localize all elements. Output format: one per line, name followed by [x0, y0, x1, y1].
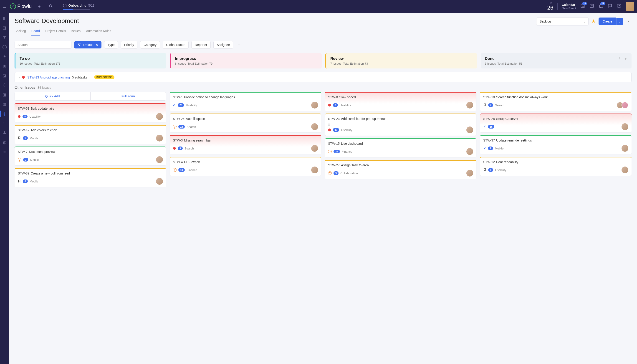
sidebar-item-2[interactable]: ◨ — [2, 25, 7, 30]
filter-assignee[interactable]: Assignee — [214, 41, 234, 49]
bookmark-icon — [483, 168, 486, 172]
tab-board[interactable]: Board — [32, 27, 40, 36]
card-title: Search function doesn't always work — [496, 95, 548, 99]
issue-card[interactable]: STW-37 Update reminder settings✓9Mobile — [480, 135, 632, 154]
column-add-icon[interactable]: ＋ — [624, 56, 628, 61]
card-id: STW-37 — [483, 138, 495, 142]
count-badge: 8 — [488, 168, 493, 172]
more-icon[interactable]: ⋮ — [626, 18, 632, 25]
sidebar-item-7[interactable]: ◪ — [2, 73, 7, 78]
card-title: Assign Task to area — [341, 163, 369, 167]
assignee-avatar[interactable] — [466, 148, 473, 155]
add-filter-icon[interactable]: ＋ — [236, 41, 242, 49]
filter-global-status[interactable]: Global Status — [163, 41, 188, 49]
assignee-avatar[interactable] — [622, 145, 628, 152]
issue-card[interactable]: STW-1 Provide option to change languages… — [170, 92, 321, 111]
issue-card[interactable]: STW-27 Assign Task to area?9Collaboratio… — [325, 160, 476, 179]
card-id: STW-51 — [18, 107, 29, 110]
assignee-avatar[interactable] — [156, 135, 163, 142]
assignee-avatar[interactable] — [311, 145, 318, 152]
assignee-avatar[interactable] — [466, 170, 473, 176]
issue-card[interactable]: STW-51 Bulk update fails⬢8Usability — [14, 103, 166, 122]
inbox-icon[interactable]: 10 — [580, 4, 585, 9]
assignee-avatar[interactable] — [466, 102, 473, 108]
full-form-button[interactable]: Full Form — [90, 92, 166, 100]
search-icon[interactable] — [47, 2, 54, 11]
assignee-avatar[interactable] — [156, 156, 163, 163]
assignee-avatar[interactable] — [622, 102, 628, 108]
logo[interactable]: ✓ Flowlu — [10, 4, 32, 9]
help-icon[interactable] — [616, 4, 622, 9]
sidebar-item-8[interactable]: ⚇ — [2, 82, 7, 88]
date-weekday: Fri — [547, 2, 553, 4]
star-icon[interactable]: ★ — [591, 18, 596, 24]
filter-priority[interactable]: Priority — [121, 41, 138, 49]
subtask-row[interactable]: › ⬢ STW-13 Android app crashing 5 subtas… — [14, 72, 632, 82]
tab-automation[interactable]: Automation Rules — [86, 27, 111, 36]
sidebar-item-1[interactable]: ◧ — [2, 16, 7, 21]
assignee-avatar[interactable] — [311, 166, 318, 173]
filter-type[interactable]: Type — [104, 41, 118, 49]
issue-card[interactable]: STW-10 Search function doesn't always wo… — [480, 92, 632, 111]
issue-card[interactable]: STW-39 Create a new poll from feed8Mobil… — [14, 168, 166, 187]
calendar-block[interactable]: Calendar New Event — [562, 3, 576, 10]
subtask-link[interactable]: STW-13 Android app crashing — [27, 76, 70, 79]
assignee-avatar[interactable] — [622, 123, 628, 130]
notes-icon[interactable] — [589, 4, 594, 9]
create-dropdown[interactable]: ⌵ — [616, 18, 623, 25]
chat-icon[interactable] — [608, 4, 612, 9]
bookmark-icon — [483, 103, 486, 107]
filter-category[interactable]: Category — [140, 41, 160, 49]
sidebar-item-5[interactable]: ✦ — [2, 54, 7, 59]
search-input[interactable] — [14, 41, 72, 49]
tab-project-details[interactable]: Project Details — [45, 27, 66, 36]
sidebar-item-13[interactable]: ♟ — [2, 130, 7, 136]
card-tag: Finance — [342, 150, 352, 153]
close-icon[interactable]: ✕ — [96, 43, 98, 47]
quick-add-button[interactable]: Quick Add — [15, 92, 90, 100]
create-button[interactable]: Create — [598, 18, 616, 25]
column-more-icon[interactable]: ⋮ — [618, 56, 622, 61]
assignee-avatar[interactable] — [311, 102, 318, 108]
sidebar-item-9[interactable]: ▣ — [2, 92, 7, 97]
issue-card[interactable]: STW-12 Poor readability8Usability — [480, 157, 632, 176]
expand-icon[interactable]: › — [18, 75, 20, 80]
sidebar-item-4[interactable]: ◯ — [2, 44, 7, 50]
issue-card[interactable]: STW-3 Missing search bar⬢3Search — [170, 135, 321, 154]
issue-card[interactable]: STW-4 PDF export?10Finance — [170, 157, 321, 176]
sidebar-item-6[interactable]: ◉ — [2, 63, 7, 69]
issue-card[interactable]: STW-23 Add scroll bar for pop-up menus☰⬢… — [325, 114, 476, 136]
user-avatar[interactable] — [626, 2, 634, 11]
assignee-avatar[interactable] — [466, 126, 473, 133]
sidebar-item-12[interactable]: ⬚ — [2, 120, 7, 126]
bell-icon[interactable]: 21 — [598, 4, 603, 9]
sidebar-item-14[interactable]: ◐ — [2, 140, 7, 145]
menu-icon[interactable]: ☰ — [3, 4, 6, 9]
issue-card[interactable]: STW-25 Autofill option?18Search — [170, 114, 321, 132]
tab-issues[interactable]: Issues — [71, 27, 80, 36]
issue-card[interactable]: STW-8 Slow speed⬢3Usability — [325, 92, 476, 111]
issue-card[interactable]: STW-7 Document preview?7Mobile — [14, 146, 166, 166]
assignee-avatar[interactable] — [156, 113, 163, 120]
filter-default[interactable]: Default ✕ — [74, 41, 102, 48]
sidebar-item-15[interactable]: ≡ — [2, 149, 7, 155]
issue-card[interactable]: STW-47 Add colors to chart5Mobile — [14, 125, 166, 144]
view-select[interactable]: Backlog ⌵ — [536, 17, 588, 26]
card-id: STW-12 — [483, 160, 495, 164]
tab-backlog[interactable]: Backlog — [14, 27, 26, 36]
plus-icon[interactable]: ＋ — [36, 2, 43, 11]
issue-card[interactable]: STW-28 Setup CI server✓15 — [480, 114, 632, 132]
date-block[interactable]: Fri 26 — [547, 2, 553, 11]
other-issues-count: 34 Issues — [38, 86, 51, 90]
card-id: STW-15 — [328, 142, 340, 145]
column-header-done: Done 6 Issues Total Estimation 53 ⋮ ＋ — [481, 53, 632, 68]
filter-reporter[interactable]: Reporter — [191, 41, 210, 49]
onboarding-widget[interactable]: ⬡ Onboarding 5/13 — [63, 3, 95, 10]
assignee-avatar[interactable] — [156, 178, 163, 185]
sidebar-item-10[interactable]: ▦ — [2, 102, 7, 107]
issue-card[interactable]: STW-15 Live dashboard?25Finance — [325, 138, 476, 157]
sidebar-item-3[interactable]: ▼ — [2, 34, 7, 40]
sidebar-item-active[interactable]: ◎ — [2, 111, 7, 116]
assignee-avatar[interactable] — [622, 166, 628, 173]
assignee-avatar[interactable] — [311, 123, 318, 130]
